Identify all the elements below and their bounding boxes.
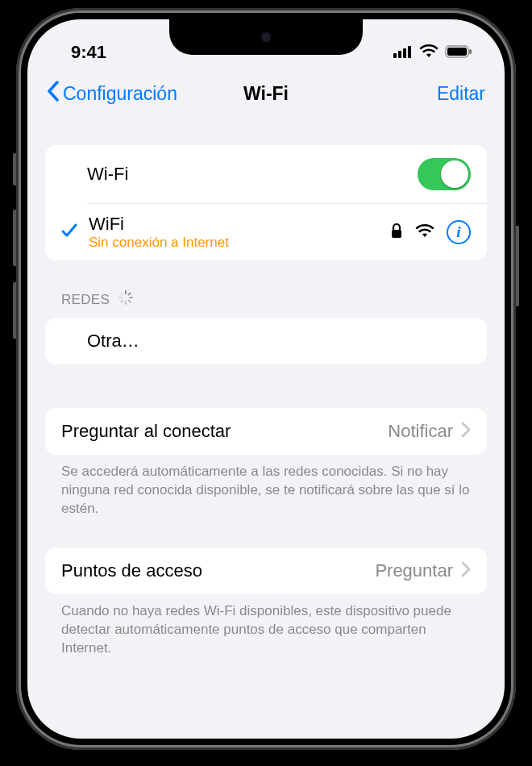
chevron-left-icon [47,81,60,106]
notch [169,19,363,55]
connected-network-row[interactable]: WiFi Sin conexión a Internet i [45,204,487,260]
other-network-row[interactable]: Otra… [45,318,487,364]
wifi-section: Wi-Fi WiFi Sin conexión a Internet [45,145,487,260]
edit-button[interactable]: Editar [289,83,485,105]
nav-title: Wi-Fi [243,83,289,105]
chevron-right-icon [461,561,471,581]
svg-rect-3 [408,46,411,58]
ask-join-label: Preguntar al conectar [61,421,388,442]
hotspot-label: Puntos de acceso [61,560,375,581]
wifi-toggle-row: Wi-Fi [45,145,487,203]
volume-down [13,282,16,339]
svg-rect-0 [393,53,397,58]
lock-icon [390,223,403,242]
svg-line-11 [129,301,131,302]
hotspot-footer: Cuando no haya redes Wi-Fi disponibles, … [45,594,487,658]
wifi-icon [419,42,438,63]
connected-network-name: WiFi [89,214,390,235]
back-label: Configuración [63,83,177,105]
hotspot-section: Puntos de acceso Preguntar [45,547,487,594]
hotspot-row[interactable]: Puntos de acceso Preguntar [45,547,487,594]
phone-frame: 9:41 Configuración Wi-Fi [16,8,516,750]
chevron-right-icon [461,422,471,441]
volume-up [13,210,16,266]
screen: 9:41 Configuración Wi-Fi [27,19,505,739]
svg-rect-5 [447,48,467,56]
wifi-toggle[interactable] [418,158,471,190]
wifi-signal-icon [414,223,435,242]
svg-rect-1 [398,51,401,58]
cellular-icon [393,42,413,63]
svg-rect-7 [392,230,401,238]
other-network-label: Otra… [87,331,471,352]
networks-header: Redes [45,260,487,318]
connected-network-status: Sin conexión a Internet [89,235,390,251]
mute-switch [13,153,16,185]
battery-icon [445,42,472,63]
status-time: 9:41 [71,42,106,63]
power-button [516,226,519,306]
ask-join-value: Notificar [388,421,453,442]
info-icon[interactable]: i [447,220,471,244]
wifi-toggle-label: Wi-Fi [87,164,418,185]
ask-join-section: Preguntar al conectar Notificar [45,408,487,455]
hotspot-value: Preguntar [375,560,453,581]
networks-section: Otra… [45,318,487,364]
svg-rect-6 [469,49,472,54]
spinner-icon [118,289,134,310]
svg-rect-2 [403,48,406,58]
nav-bar: Configuración Wi-Fi Editar [27,68,505,121]
back-button[interactable]: Configuración [47,81,243,106]
svg-line-9 [129,293,131,294]
ask-join-footer: Se accederá automáticamente a las redes … [45,455,487,518]
checkmark-icon [60,221,79,244]
svg-line-13 [121,301,123,302]
ask-join-row[interactable]: Preguntar al conectar Notificar [45,408,487,455]
svg-line-15 [121,293,123,294]
